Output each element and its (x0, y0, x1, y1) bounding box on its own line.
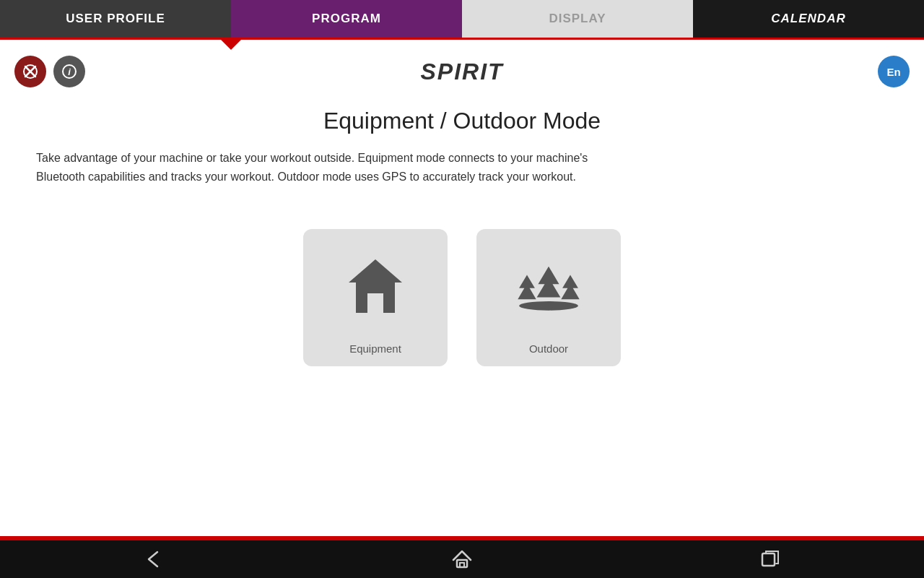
svg-rect-6 (367, 293, 383, 313)
svg-text:i: i (68, 66, 71, 77)
svg-marker-8 (537, 266, 561, 297)
mode-cards: Equipment Outdoor (303, 229, 621, 366)
header: i SPIRIT En (0, 50, 924, 93)
svg-marker-7 (518, 275, 536, 299)
header-left-icons: i (14, 56, 85, 87)
nav-display[interactable]: DISPLAY (462, 0, 693, 38)
outdoor-icon-area (513, 229, 585, 342)
svg-rect-12 (460, 563, 464, 567)
spirit-logo: SPIRIT (420, 59, 503, 85)
cancel-icon[interactable] (14, 56, 46, 87)
windows-button[interactable] (749, 543, 792, 575)
page-title: Equipment / Outdoor Mode (323, 108, 601, 134)
nav-indicator (0, 40, 924, 50)
nav-program[interactable]: PROGRAM (231, 0, 462, 38)
trees-icon (513, 254, 585, 319)
svg-point-10 (519, 301, 578, 311)
info-icon[interactable]: i (53, 56, 85, 87)
nav-user-profile[interactable]: USER PROFILE (0, 0, 231, 38)
bottom-nav (0, 538, 924, 578)
page-description: Take advantage of your machine or take y… (36, 149, 614, 186)
svg-marker-9 (561, 275, 579, 299)
outdoor-card[interactable]: Outdoor (476, 229, 621, 366)
equipment-card[interactable]: Equipment (303, 229, 448, 366)
language-button[interactable]: En (878, 56, 910, 87)
outdoor-label: Outdoor (529, 342, 568, 355)
lang-label[interactable]: En (878, 56, 910, 87)
home-icon (343, 254, 408, 319)
back-button[interactable] (132, 543, 175, 575)
home-button[interactable] (440, 543, 484, 575)
svg-rect-13 (762, 553, 775, 566)
equipment-label: Equipment (349, 342, 401, 355)
equipment-icon-area (343, 229, 408, 342)
main-content: Equipment / Outdoor Mode Take advantage … (0, 93, 924, 536)
nav-calendar[interactable]: CALENDAR (693, 0, 924, 38)
